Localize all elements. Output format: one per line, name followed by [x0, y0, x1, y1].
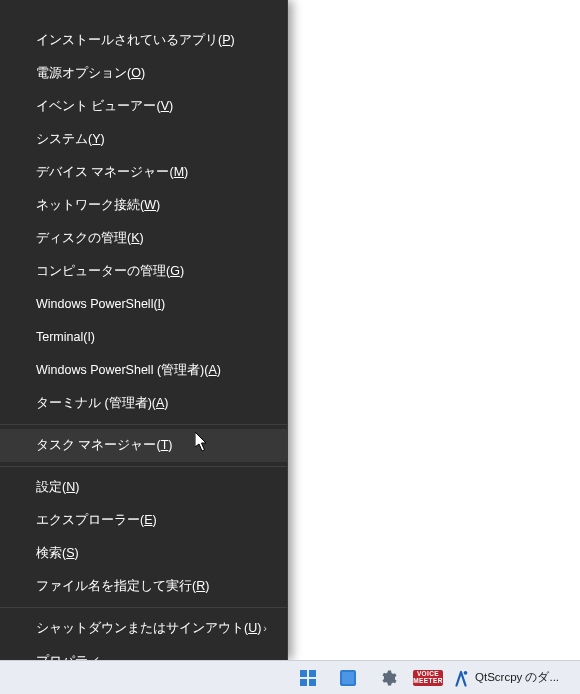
menu-item-label: タスク マネージャー(T) [36, 438, 172, 453]
menu-item-label: ディスクの管理(K) [36, 231, 144, 246]
menu-item-label: 検索(S) [36, 546, 79, 561]
svg-rect-5 [342, 672, 354, 684]
menu-item[interactable]: シャットダウンまたはサインアウト(U)› [0, 612, 287, 645]
menu-item[interactable]: エクスプローラー(E) [0, 504, 287, 537]
svg-rect-1 [309, 670, 316, 677]
menu-item-label: エクスプローラー(E) [36, 513, 157, 528]
taskbar: VOICEMEETERQtScrcpy のダ... [0, 660, 580, 694]
menu-item[interactable]: タスク マネージャー(T) [0, 429, 287, 462]
menu-item[interactable]: ネットワーク接続(W) [0, 189, 287, 222]
menu-item[interactable]: 電源オプション(O) [0, 57, 287, 90]
menu-item[interactable]: Terminal(I) [0, 321, 287, 354]
menu-item-label: イベント ビューアー(V) [36, 99, 173, 114]
menu-item-label: 電源オプション(O) [36, 66, 145, 81]
menu-item-label: シャットダウンまたはサインアウト(U) [36, 621, 261, 636]
menu-item[interactable]: 検索(S) [0, 537, 287, 570]
menu-item[interactable]: イベント ビューアー(V) [0, 90, 287, 123]
taskbar-settings[interactable] [370, 664, 406, 692]
svg-rect-3 [309, 679, 316, 686]
svg-rect-2 [300, 679, 307, 686]
blue-rect-icon [339, 669, 357, 687]
menu-separator [0, 466, 287, 467]
menu-item[interactable]: ファイル名を指定して実行(R) [0, 570, 287, 603]
taskbar-voicemeeter[interactable]: VOICEMEETER [410, 664, 446, 692]
menu-item[interactable]: システム(Y) [0, 123, 287, 156]
gear-icon [379, 669, 397, 687]
menu-item-label: Terminal(I) [36, 330, 95, 345]
taskbar-app-1[interactable] [330, 664, 366, 692]
chevron-right-icon: › [263, 622, 273, 635]
menu-item-label: 設定(N) [36, 480, 79, 495]
menu-item[interactable]: Windows PowerShell(I) [0, 288, 287, 321]
menu-item-label: デバイス マネージャー(M) [36, 165, 188, 180]
menu-item-label: ネットワーク接続(W) [36, 198, 160, 213]
menu-item[interactable]: 設定(N) [0, 471, 287, 504]
menu-item-label: ターミナル (管理者)(A) [36, 396, 168, 411]
taskbar-qtscrcpy[interactable]: QtScrcpy のダ... [450, 664, 565, 692]
menu-item-label: Windows PowerShell(I) [36, 297, 165, 312]
menu-item-label: ファイル名を指定して実行(R) [36, 579, 209, 594]
voicemeeter-icon: VOICEMEETER [413, 670, 443, 686]
menu-separator [0, 424, 287, 425]
svg-point-6 [464, 670, 468, 674]
menu-item[interactable]: ディスクの管理(K) [0, 222, 287, 255]
menu-item[interactable]: コンピューターの管理(G) [0, 255, 287, 288]
menu-item-label: システム(Y) [36, 132, 105, 147]
start-icon [298, 668, 318, 688]
menu-item[interactable]: インストールされているアプリ(P) [0, 24, 287, 57]
svg-rect-0 [300, 670, 307, 677]
winx-context-menu: インストールされているアプリ(P)電源オプション(O)イベント ビューアー(V)… [0, 0, 288, 660]
start-button[interactable] [290, 664, 326, 692]
menu-item-label: Windows PowerShell (管理者)(A) [36, 363, 221, 378]
menu-item[interactable]: Windows PowerShell (管理者)(A) [0, 354, 287, 387]
menu-item[interactable]: ターミナル (管理者)(A) [0, 387, 287, 420]
menu-separator [0, 607, 287, 608]
menu-item-label: インストールされているアプリ(P) [36, 33, 235, 48]
menu-item-label: コンピューターの管理(G) [36, 264, 184, 279]
taskbar-item-label: QtScrcpy のダ... [475, 670, 559, 685]
menu-item[interactable]: デバイス マネージャー(M) [0, 156, 287, 189]
qtscrcpy-icon [452, 669, 470, 687]
